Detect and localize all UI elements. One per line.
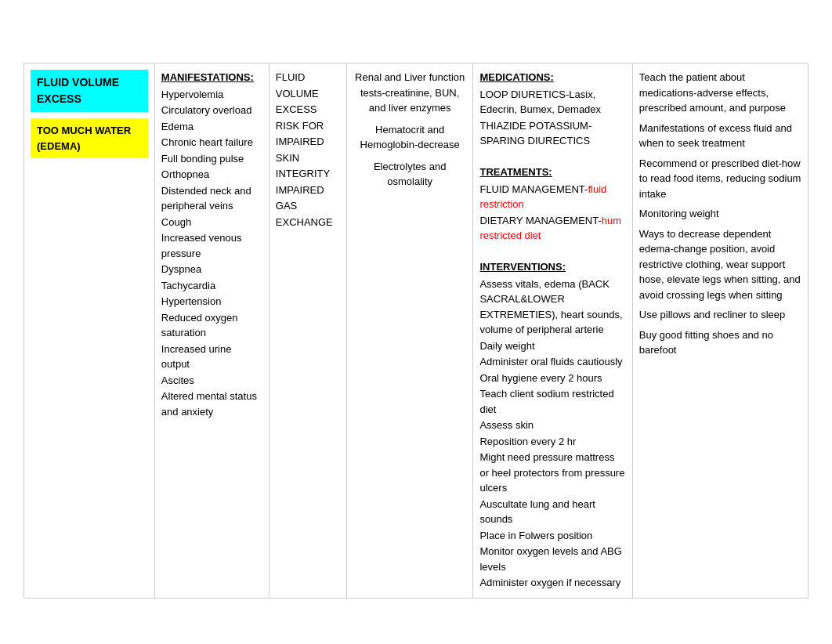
intervention-item: Assess vitals, edema (BACK SACRAL&LOWER … xyxy=(479,277,625,338)
fluid-volume-line: RISK FOR xyxy=(276,118,340,134)
treatments-header: TREATMENTS: xyxy=(479,165,625,180)
dietary-management: DIETARY MANAGEMENT-hum restricted diet xyxy=(479,213,625,244)
too-much-water-title: TOO MUCH WATER (EDEMA) xyxy=(31,118,148,158)
loop-diuretics: LOOP DIURETICS-Lasix, Edecrin, Bumex, De… xyxy=(479,87,625,118)
fluid-volume-line: IMPAIRED xyxy=(276,134,340,150)
manifestation-item: Circulatory overload xyxy=(161,103,262,118)
intervention-item: Assess skin xyxy=(479,418,625,433)
fluid-management: FLUID MANAGEMENT-fluid restriction xyxy=(479,182,625,212)
teaching-item: Monitoring weight xyxy=(639,206,801,222)
fluid-volume-line: FLUID xyxy=(276,70,340,85)
manifestation-item: Distended neck and peripheral veins xyxy=(161,183,262,214)
intervention-item: Auscultate lung and heart sounds xyxy=(479,497,625,527)
intervention-item: Administer oxygen if necessary xyxy=(479,575,625,591)
manifestation-item: Hypertension xyxy=(161,294,262,309)
manifestation-item: Full bonding pulse xyxy=(161,151,262,167)
manifestation-item: Altered mental status and anxiety xyxy=(161,389,262,419)
labs-lines: Renal and Liver function tests-creatinin… xyxy=(353,70,467,190)
teaching-list: Teach the patient about medications-adve… xyxy=(639,70,801,358)
manifestation-item: Cough xyxy=(161,215,262,230)
manifestation-item: Dyspnea xyxy=(161,262,262,277)
manifestation-item: Chronic heart failure xyxy=(161,135,262,150)
fluid-volume-excess-title: FLUID VOLUME EXCESS xyxy=(31,70,148,112)
fluid-volume-cell: FLUIDVOLUMEEXCESSRISK FORIMPAIREDSKININT… xyxy=(269,63,346,599)
manifestation-item: Increased urine output xyxy=(161,342,262,372)
intervention-item: Teach client sodium restricted diet xyxy=(479,386,625,417)
manifestation-item: Increased venous pressure xyxy=(161,230,262,261)
manifestations-header: MANIFESTATIONS: xyxy=(161,70,262,85)
lab-line: Renal and Liver function tests-creatinin… xyxy=(353,70,467,116)
teaching-item: Teach the patient about medications-adve… xyxy=(639,70,801,116)
intervention-item: Administer oral fluids cautiously xyxy=(479,354,625,370)
fluid-volume-line: VOLUME xyxy=(276,86,340,102)
teaching-item: Ways to decrease dependent edema-change … xyxy=(639,226,801,303)
lab-line: Hematocrit and Hemoglobin-decrease xyxy=(353,122,467,153)
manifestation-item: Ascites xyxy=(161,373,262,389)
intervention-item: Daily weight xyxy=(479,338,625,354)
fluid-volume-line: IMPAIRED xyxy=(276,183,340,198)
interventions-list: Assess vitals, edema (BACK SACRAL&LOWER … xyxy=(479,277,625,591)
fluid-volume-line: EXCESS xyxy=(276,102,340,118)
fluid-volume-line: EXCHANGE xyxy=(276,215,340,230)
teaching-item: Use pillows and recliner to sleep xyxy=(639,307,801,323)
fluid-mgmt-prefix: FLUID MANAGEMENT- xyxy=(479,183,588,195)
teaching-item: Recommend or prescribed diet-how to read… xyxy=(639,156,801,202)
title-cell: FLUID VOLUME EXCESS TOO MUCH WATER (EDEM… xyxy=(24,63,155,599)
manifestation-item: Orthopnea xyxy=(161,167,262,183)
fluid-volume-line: INTEGRITY xyxy=(276,166,340,182)
teaching-item: Manifestations of excess fluid and when … xyxy=(639,121,801,151)
medications-header: MEDICATIONS: xyxy=(479,70,625,85)
medications-cell: MEDICATIONS: LOOP DIURETICS-Lasix, Edecr… xyxy=(473,63,632,599)
thiazide: THIAZIDE POTASSIUM-SPARING DIURECTICS xyxy=(479,118,625,149)
fluid-volume-line: GAS xyxy=(276,198,340,214)
lab-line: Electrolytes and osmolality xyxy=(353,159,467,190)
manifestation-item: Edema xyxy=(161,119,262,135)
interventions-header: INTERVENTIONS: xyxy=(479,259,625,275)
manifestation-item: Hypervolemia xyxy=(161,87,262,103)
fluid-volume-lines: FLUIDVOLUMEEXCESSRISK FORIMPAIREDSKININT… xyxy=(276,70,340,230)
intervention-item: Monitor oxygen levels and ABG levels xyxy=(479,544,625,574)
labs-cell: Renal and Liver function tests-creatinin… xyxy=(346,63,473,599)
teaching-item: Buy good fitting shoes and no barefoot xyxy=(639,327,801,358)
teaching-cell: Teach the patient about medications-adve… xyxy=(632,63,808,599)
intervention-item: Oral hygiene every 2 hours xyxy=(479,371,625,386)
intervention-item: Place in Folwers position xyxy=(479,528,625,544)
fluid-volume-line: SKIN xyxy=(276,150,340,166)
manifestations-list: HypervolemiaCirculatory overloadEdemaChr… xyxy=(161,87,262,420)
manifestation-item: Reduced oxygen saturation xyxy=(161,310,262,341)
intervention-item: Might need pressure mattress or heel pro… xyxy=(479,450,625,496)
manifestations-cell: MANIFESTATIONS: HypervolemiaCirculatory … xyxy=(154,63,269,599)
dietary-mgmt-prefix: DIETARY MANAGEMENT- xyxy=(479,215,601,226)
manifestation-item: Tachycardia xyxy=(161,278,262,294)
intervention-item: Reposition every 2 hr xyxy=(479,434,625,450)
